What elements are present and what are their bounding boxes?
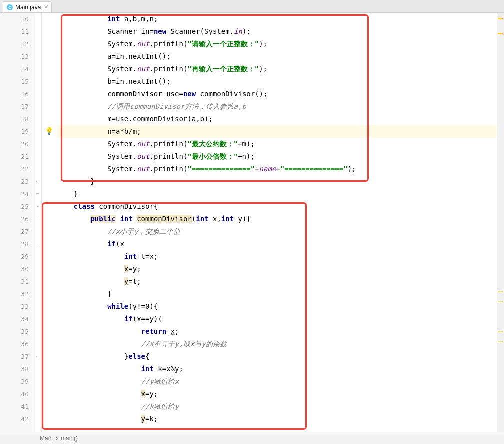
scrollbar-marker[interactable] bbox=[498, 341, 503, 342]
tab-bar: C Main.java ✕ bbox=[0, 0, 504, 13]
code-line[interactable]: int t=x; bbox=[57, 250, 504, 263]
line-number: 41 bbox=[0, 400, 29, 413]
fold-handle[interactable]: ⌐ bbox=[35, 178, 41, 184]
code-line[interactable]: } bbox=[57, 188, 504, 200]
code-content[interactable]: int a,b,m,n; Scanner in=new Scanner(Syst… bbox=[57, 13, 504, 432]
vertical-scrollbar[interactable] bbox=[497, 13, 504, 432]
line-number: 27 bbox=[0, 226, 29, 238]
line-number: 23 bbox=[0, 176, 29, 188]
code-line[interactable]: b=in.nextInt(); bbox=[57, 76, 504, 88]
code-line[interactable]: }else{ bbox=[57, 350, 504, 363]
intention-bulb-icon[interactable]: 💡 bbox=[45, 127, 54, 135]
line-number: 24 bbox=[0, 188, 29, 200]
code-line[interactable]: //调用commonDivisor方法，传入参数a,b bbox=[57, 100, 504, 113]
code-line[interactable]: y=k; bbox=[57, 413, 504, 426]
line-number: 22 bbox=[0, 163, 29, 176]
code-line[interactable]: public int commonDivisor(int x,int y){ bbox=[57, 213, 504, 226]
annotation-gutter: 💡 bbox=[42, 13, 57, 432]
line-number: 36 bbox=[0, 338, 29, 350]
line-number: 25 bbox=[0, 200, 29, 213]
line-number: 11 bbox=[0, 26, 29, 38]
code-line[interactable]: if(x bbox=[57, 238, 504, 250]
line-number: 15 bbox=[0, 76, 29, 88]
code-line[interactable]: System.out.println("最小公倍数："+n); bbox=[57, 150, 504, 163]
code-line[interactable]: //x不等于y,取x与y的余数 bbox=[57, 338, 504, 350]
code-line[interactable]: return x; bbox=[57, 326, 504, 338]
code-line[interactable]: commonDivisor use=new commonDivisor(); bbox=[57, 88, 504, 100]
line-number: 26 bbox=[0, 213, 29, 226]
code-line[interactable]: Scanner in=new Scanner(System.in); bbox=[57, 26, 504, 38]
line-number-gutter: 1011121314151617181920212223242526272829… bbox=[0, 13, 35, 432]
breadcrumb-method[interactable]: main() bbox=[61, 435, 78, 442]
line-number: 32 bbox=[0, 288, 29, 300]
line-number: 12 bbox=[0, 38, 29, 50]
fold-handle[interactable]: ⌐ bbox=[35, 354, 41, 360]
line-number: 31 bbox=[0, 276, 29, 288]
code-line[interactable]: System.out.println("请输入一个正整数："); bbox=[57, 38, 504, 50]
line-number: 38 bbox=[0, 363, 29, 376]
line-number: 42 bbox=[0, 413, 29, 426]
line-number: 40 bbox=[0, 388, 29, 400]
code-line[interactable]: x=y; bbox=[57, 388, 504, 400]
svg-text:C: C bbox=[8, 6, 12, 10]
scrollbar-marker[interactable] bbox=[498, 301, 503, 302]
line-number: 30 bbox=[0, 263, 29, 276]
fold-handle[interactable]: ⌐ bbox=[35, 191, 41, 197]
code-line[interactable]: int a,b,m,n; bbox=[57, 13, 504, 26]
line-number: 39 bbox=[0, 376, 29, 388]
tab-label: Main.java bbox=[16, 4, 41, 11]
scrollbar-marker[interactable] bbox=[498, 331, 503, 332]
line-number: 18 bbox=[0, 113, 29, 126]
code-line[interactable]: //y赋值给x bbox=[57, 376, 504, 388]
line-number: 29 bbox=[0, 250, 29, 263]
breadcrumb-class[interactable]: Main bbox=[40, 435, 53, 442]
code-line[interactable]: System.out.println("再输入一个正整数："); bbox=[57, 63, 504, 76]
code-line[interactable]: class commonDivisor{ bbox=[57, 200, 504, 213]
fold-gutter: ⌐⌐---⌐ bbox=[35, 13, 42, 432]
line-number: 33 bbox=[0, 300, 29, 313]
close-icon[interactable]: ✕ bbox=[44, 4, 48, 10]
editor-area: 1011121314151617181920212223242526272829… bbox=[0, 13, 504, 432]
code-line[interactable]: m=use.commonDivisor(a,b); bbox=[57, 113, 504, 126]
line-number: 13 bbox=[0, 50, 29, 63]
code-line[interactable]: //k赋值给y bbox=[57, 400, 504, 413]
line-number: 10 bbox=[0, 13, 29, 26]
fold-handle[interactable]: - bbox=[35, 216, 41, 222]
code-line[interactable]: a=in.nextInt(); bbox=[57, 50, 504, 63]
code-line[interactable]: n=a*b/m; bbox=[57, 126, 504, 138]
line-number: 37 bbox=[0, 350, 29, 363]
code-line[interactable]: while(y!=0){ bbox=[57, 300, 504, 313]
java-file-icon: C bbox=[6, 4, 14, 11]
fold-handle[interactable]: - bbox=[35, 241, 41, 247]
code-line[interactable]: y=t; bbox=[57, 276, 504, 288]
breadcrumb-separator: › bbox=[56, 435, 58, 442]
line-number: 16 bbox=[0, 88, 29, 100]
tab-main-java[interactable]: C Main.java ✕ bbox=[3, 2, 52, 12]
line-number: 28 bbox=[0, 238, 29, 250]
fold-handle[interactable]: - bbox=[35, 204, 41, 210]
scrollbar-marker[interactable] bbox=[498, 33, 503, 34]
scrollbar-marker[interactable] bbox=[498, 18, 503, 20]
scrollbar-marker[interactable] bbox=[498, 291, 503, 292]
line-number: 21 bbox=[0, 150, 29, 163]
code-line[interactable]: } bbox=[57, 288, 504, 300]
line-number: 20 bbox=[0, 138, 29, 150]
code-line[interactable]: int k=x%y; bbox=[57, 363, 504, 376]
code-line[interactable]: System.out.println("=============="+name… bbox=[57, 163, 504, 176]
line-number: 34 bbox=[0, 313, 29, 326]
breadcrumbs[interactable]: Main › main() bbox=[0, 432, 504, 444]
line-number: 35 bbox=[0, 326, 29, 338]
line-number: 19 bbox=[0, 126, 29, 138]
code-line[interactable]: x=y; bbox=[57, 263, 504, 276]
line-number: 17 bbox=[0, 100, 29, 113]
code-line[interactable]: } bbox=[57, 176, 504, 188]
line-number: 14 bbox=[0, 63, 29, 76]
code-line[interactable]: //x小于y，交换二个值 bbox=[57, 226, 504, 238]
code-line[interactable]: System.out.println("最大公约数："+m); bbox=[57, 138, 504, 150]
code-line[interactable]: if(x==y){ bbox=[57, 313, 504, 326]
